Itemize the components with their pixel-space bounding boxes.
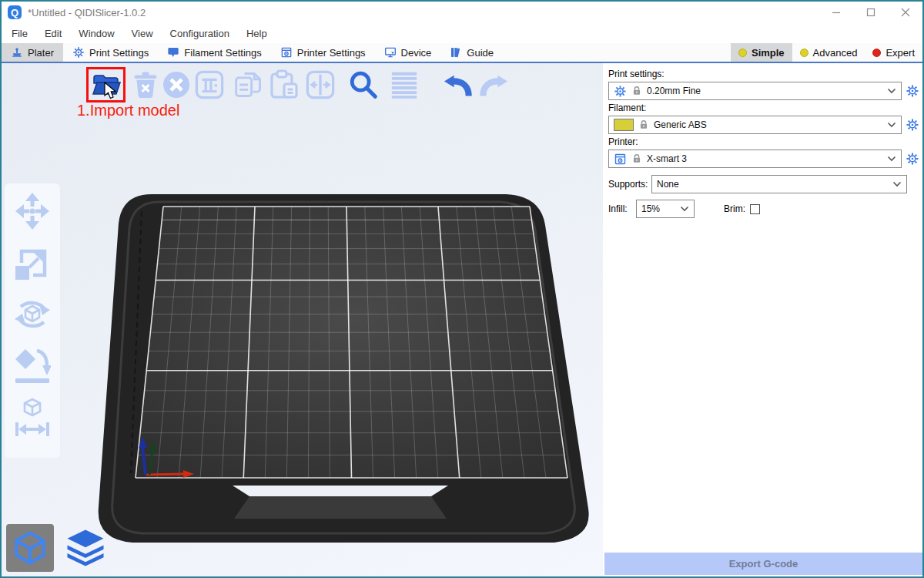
3d-viewport[interactable]: 1.Import model [2, 63, 603, 576]
print-settings-select[interactable]: 0.20mm Fine [608, 82, 902, 100]
mode-expert[interactable]: Expert [865, 43, 922, 62]
tab-guide[interactable]: Guide [440, 43, 503, 62]
print-settings-value: 0.20mm Fine [647, 86, 701, 96]
tab-plater[interactable]: Plater [2, 43, 63, 62]
mode-label: Simple [752, 47, 785, 59]
infill-select[interactable]: 15% [636, 200, 695, 218]
edit-print-settings-button[interactable] [905, 83, 920, 99]
supports-select[interactable]: None [651, 175, 907, 193]
guide-icon [450, 46, 462, 59]
printer-value: X-smart 3 [647, 153, 687, 164]
mode-label: Expert [886, 47, 915, 59]
filament-value: Generic ABS [654, 119, 707, 130]
infill-value: 15% [641, 203, 660, 214]
expert-mode-dot-icon [872, 49, 881, 57]
scale-button[interactable] [12, 241, 52, 284]
tab-label: Printer Settings [297, 47, 366, 59]
redo-button[interactable] [477, 69, 508, 100]
chevron-down-icon [892, 181, 902, 187]
brim-label: Brim: [724, 203, 745, 214]
gizmo-toolbar [5, 183, 60, 458]
plater-icon [11, 46, 23, 59]
tab-label: Print Settings [89, 47, 149, 59]
menu-view[interactable]: View [123, 23, 162, 43]
paste-button[interactable] [269, 69, 300, 100]
mode-simple[interactable]: Simple [731, 43, 792, 62]
printer-label: Printer: [608, 136, 920, 147]
infill-label: Infill: [608, 203, 636, 214]
menu-file[interactable]: File [3, 23, 36, 43]
arrange-button[interactable] [194, 69, 225, 100]
edit-filament-button[interactable] [905, 117, 920, 133]
mode-advanced[interactable]: Advanced [792, 43, 865, 62]
advanced-mode-dot-icon [800, 49, 808, 57]
filament-icon [167, 46, 179, 59]
title-bar: Q *Untitled - QIDISlicer-1.0.2 [2, 2, 922, 23]
lock-icon [638, 119, 649, 130]
tab-printer-settings[interactable]: Printer Settings [271, 43, 375, 62]
close-button[interactable] [888, 2, 922, 23]
measure-button[interactable] [12, 396, 52, 439]
tab-device[interactable]: Device [375, 43, 441, 62]
place-on-face-button[interactable] [12, 344, 52, 388]
printer-icon [280, 46, 293, 59]
variable-layer-height-button[interactable] [389, 69, 420, 100]
tab-bar: Plater Print Settings Filament Settings … [2, 43, 922, 63]
chevron-down-icon [887, 88, 896, 94]
print-bed [86, 187, 602, 549]
brim-checkbox[interactable] [750, 204, 760, 214]
supports-value: None [657, 179, 679, 190]
tab-filament-settings[interactable]: Filament Settings [158, 43, 270, 62]
split-to-objects-button[interactable] [305, 69, 336, 100]
print-settings-label: Print settings: [608, 69, 920, 79]
view-toolbar [6, 524, 109, 572]
menu-bar: File Edit Window View Configuration Help [2, 23, 922, 43]
app-logo-icon: Q [8, 5, 22, 19]
delete-button[interactable] [130, 69, 161, 100]
tab-label: Guide [467, 47, 494, 59]
tab-print-settings[interactable]: Print Settings [63, 43, 158, 62]
mode-label: Advanced [813, 47, 858, 59]
3d-editor-view-button[interactable] [6, 524, 54, 572]
printer-select[interactable]: X-smart 3 [608, 150, 902, 168]
tab-label: Device [401, 47, 432, 59]
menu-configuration[interactable]: Configuration [162, 23, 238, 43]
chevron-down-icon [680, 206, 689, 212]
cube-icon [12, 529, 49, 567]
chevron-down-icon [887, 156, 896, 162]
undo-button[interactable] [444, 69, 474, 100]
tab-label: Filament Settings [184, 47, 261, 59]
layers-icon [65, 527, 106, 569]
export-gcode-button[interactable]: Export G-code [604, 553, 922, 575]
filament-select[interactable]: Generic ABS [608, 116, 902, 134]
minimize-button[interactable] [819, 2, 853, 23]
menu-edit[interactable]: Edit [36, 23, 70, 43]
printer-icon [614, 153, 627, 166]
maximize-button[interactable] [853, 2, 888, 23]
filament-label: Filament: [608, 102, 920, 113]
mouse-cursor-icon [104, 82, 116, 103]
delete-all-button[interactable] [161, 69, 192, 100]
gear-icon [614, 85, 627, 98]
edit-printer-button[interactable] [905, 151, 920, 166]
supports-label: Supports: [608, 179, 651, 190]
menu-window[interactable]: Window [70, 23, 122, 43]
move-button[interactable] [12, 190, 52, 233]
device-icon [384, 46, 397, 59]
window-title: *Untitled - QIDISlicer-1.0.2 [28, 7, 146, 18]
lock-icon [631, 86, 642, 96]
rotate-button[interactable] [12, 293, 52, 336]
settings-sidebar: Print settings: 0.20mm Fine Filament: Ge… [603, 63, 922, 576]
search-button[interactable] [348, 69, 379, 100]
main-area: 1.Import model [2, 63, 922, 576]
app-window: Q *Untitled - QIDISlicer-1.0.2 File Edit… [0, 0, 924, 578]
bed-surface [136, 207, 567, 478]
bed-handle-cutout [233, 486, 448, 496]
tab-label: Plater [28, 47, 54, 59]
preview-button[interactable] [62, 524, 109, 572]
lock-icon [631, 153, 642, 164]
filament-color-swatch [614, 119, 634, 131]
gear-icon [72, 46, 85, 59]
menu-help[interactable]: Help [238, 23, 276, 43]
copy-button[interactable] [233, 69, 264, 100]
